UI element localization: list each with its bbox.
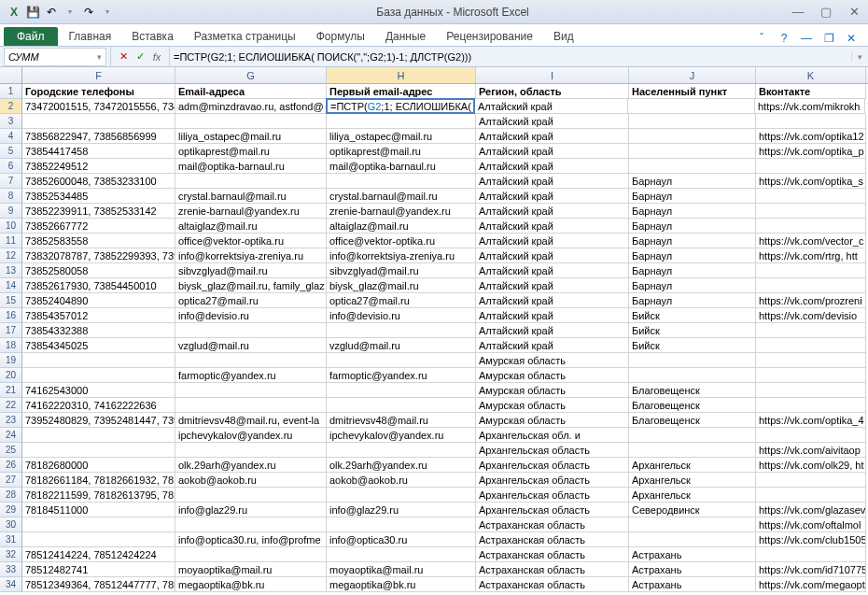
row-header[interactable]: 2 xyxy=(0,99,22,114)
maximize-icon[interactable]: ▢ xyxy=(818,4,834,21)
cell[interactable]: =ПСТР(G2;1; ЕСЛИОШИБКА( ПОИСК(",";G2;1)-… xyxy=(326,98,475,114)
row-header[interactable]: 12 xyxy=(0,248,22,263)
cell[interactable]: crystal.barnaul@mail.ru xyxy=(175,189,327,204)
cell[interactable]: Благовещенск xyxy=(629,383,756,398)
cell[interactable] xyxy=(327,174,476,189)
cell[interactable]: https://vk.com/vector_c xyxy=(756,234,866,248)
cell[interactable]: olk.29arh@yandex.ru xyxy=(175,458,327,473)
qat-dropdown-2[interactable]: ▾ xyxy=(99,4,116,21)
cell[interactable]: sibvzglyad@mail.ru xyxy=(327,263,476,278)
cell[interactable]: Алтайский край xyxy=(475,99,628,114)
workbook-minimize-icon[interactable]: ― xyxy=(799,31,814,46)
cell[interactable]: zrenie-barnaul@yandex.ru xyxy=(327,204,476,219)
cell[interactable] xyxy=(175,488,327,503)
minimize-icon[interactable]: ― xyxy=(790,4,806,21)
cell[interactable]: Астрахань xyxy=(629,577,756,592)
cell[interactable]: info@devisio.ru xyxy=(175,308,327,323)
cell[interactable]: Алтайский край xyxy=(476,189,629,204)
cell[interactable]: 73852534485 xyxy=(22,189,175,204)
cell[interactable]: adm@minzdravao.ru, astfond@ xyxy=(175,99,327,114)
cell[interactable]: Алтайский край xyxy=(476,114,629,129)
cell[interactable] xyxy=(629,353,756,368)
cell[interactable] xyxy=(629,443,756,458)
cell[interactable]: office@vektor-optika.ru xyxy=(175,234,327,248)
cell[interactable]: Барнаул xyxy=(629,293,756,308)
ribbon-tab[interactable]: Данные xyxy=(376,27,435,46)
cell[interactable] xyxy=(629,159,756,174)
column-header[interactable]: I xyxy=(476,67,629,83)
cell[interactable]: Алтайский край xyxy=(476,234,629,248)
cell[interactable] xyxy=(327,353,476,368)
cell[interactable] xyxy=(327,398,476,413)
cell[interactable] xyxy=(175,383,327,398)
cell[interactable]: optica27@mail.ru xyxy=(327,293,476,308)
cell[interactable]: 78182680000 xyxy=(22,458,175,473)
cell[interactable] xyxy=(22,532,175,547)
cell[interactable]: Алтайский край xyxy=(476,159,629,174)
cell[interactable]: Амурская область xyxy=(476,368,629,383)
cell[interactable]: https://vk.com/rtrg, htt xyxy=(756,248,866,263)
cell[interactable]: 73852617930, 73854450010 xyxy=(22,278,175,293)
cell[interactable] xyxy=(756,189,866,204)
row-header[interactable]: 18 xyxy=(0,338,22,353)
cell[interactable]: Барнаул xyxy=(629,204,756,219)
cell[interactable]: aokob@aokob.ru xyxy=(175,473,327,488)
cell[interactable]: Архангельская обл. и xyxy=(476,428,629,443)
name-box-input[interactable] xyxy=(8,51,83,63)
workbook-restore-icon[interactable]: ❐ xyxy=(821,31,836,46)
row-header[interactable]: 24 xyxy=(0,428,22,443)
cell[interactable] xyxy=(756,488,866,503)
cell[interactable]: optikaprest@mail.ru xyxy=(175,144,327,159)
cell[interactable]: 78182661184, 78182661932, 7818 xyxy=(22,473,175,488)
ribbon-tab[interactable]: Главная xyxy=(60,27,121,46)
cell[interactable]: Бийск xyxy=(629,323,756,338)
cell[interactable] xyxy=(175,114,327,129)
row-header[interactable]: 19 xyxy=(0,353,22,368)
cell[interactable] xyxy=(175,323,327,338)
cell[interactable]: Бийск xyxy=(629,338,756,353)
cell[interactable]: Астрахань xyxy=(629,547,756,562)
cell[interactable] xyxy=(629,428,756,443)
cell[interactable]: zrenie-barnaul@yandex.ru xyxy=(175,204,327,219)
cell[interactable]: Барнаул xyxy=(629,234,756,248)
cell[interactable]: https://vk.com/optika_s xyxy=(756,174,866,189)
cell[interactable]: 73852667772 xyxy=(22,219,175,234)
cell[interactable]: info@optica30.ru, info@profme xyxy=(175,532,327,547)
cell[interactable]: mail@optika-barnaul.ru xyxy=(327,159,476,174)
select-all-corner[interactable] xyxy=(0,67,22,83)
cell[interactable]: 78512482741 xyxy=(22,562,175,577)
cell[interactable] xyxy=(756,398,866,413)
cell[interactable] xyxy=(175,517,327,532)
cell[interactable]: Алтайский край xyxy=(476,293,629,308)
file-tab[interactable]: Файл xyxy=(4,27,58,46)
cell[interactable]: 73854357012 xyxy=(22,308,175,323)
cell[interactable] xyxy=(175,353,327,368)
cell[interactable] xyxy=(756,547,866,562)
cell[interactable] xyxy=(327,517,476,532)
ribbon-tab[interactable]: Вид xyxy=(544,27,583,46)
cell[interactable]: https://vk.com/megaopt xyxy=(756,577,866,592)
cell[interactable]: 78512349364, 78512447777, 7851 xyxy=(22,577,175,592)
cell[interactable]: https://vk.com/aivitaop xyxy=(756,443,866,458)
cell[interactable] xyxy=(327,114,476,129)
cell[interactable] xyxy=(629,144,756,159)
cell[interactable]: mail@optika-barnaul.ru xyxy=(175,159,327,174)
cell[interactable]: moyaoptika@mail.ru xyxy=(327,562,476,577)
cell[interactable] xyxy=(756,114,866,129)
ribbon-tab[interactable]: Формулы xyxy=(307,27,374,46)
cell[interactable]: altaiglaz@mail.ru xyxy=(327,219,476,234)
ribbon-tab[interactable]: Вставка xyxy=(122,27,183,46)
cell[interactable]: Барнаул xyxy=(629,189,756,204)
cell[interactable]: 73852580058 xyxy=(22,263,175,278)
column-header[interactable]: J xyxy=(629,67,756,83)
row-header[interactable]: 8 xyxy=(0,189,22,204)
cell[interactable]: ipchevykalov@yandex.ru xyxy=(327,428,476,443)
row-header[interactable]: 13 xyxy=(0,263,22,278)
cell[interactable]: https://vk.com/optika12 xyxy=(756,129,866,144)
cell[interactable]: crystal.barnaul@mail.ru xyxy=(327,189,476,204)
cell[interactable]: Алтайский край xyxy=(476,338,629,353)
cell[interactable]: Барнаул xyxy=(629,263,756,278)
cell[interactable]: 73854417458 xyxy=(22,144,175,159)
row-header[interactable]: 16 xyxy=(0,308,22,323)
row-header[interactable]: 27 xyxy=(0,473,22,488)
